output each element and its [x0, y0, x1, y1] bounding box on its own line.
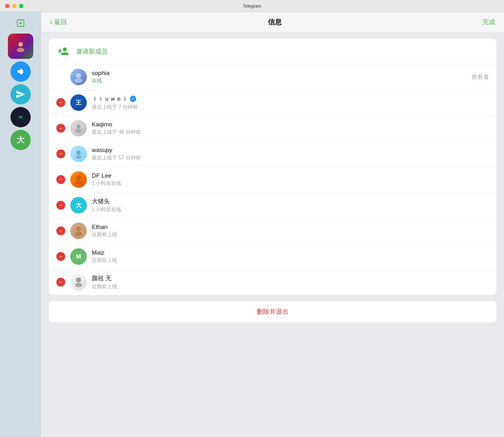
invite-icon [56, 44, 70, 58]
member-status-yanzuwu: 近期有上线 [92, 283, 489, 290]
compose-button[interactable] [13, 15, 28, 31]
maximize-button[interactable] [19, 4, 23, 8]
svg-point-11 [76, 175, 81, 180]
invite-label: 邀请新成员 [76, 47, 108, 56]
member-status-sophia: 在线 [92, 78, 467, 84]
titlebar: Telegram [0, 0, 504, 12]
close-button[interactable] [5, 4, 9, 8]
header: ‹ 返回 信息 完成 [41, 12, 504, 32]
member-row-dazutou: − 大 大猪头 1 小时前在线 [49, 193, 496, 218]
avatar-maiz: M [70, 248, 87, 265]
member-row-dflee: − DF Lee 1 小时前在线 [49, 167, 496, 193]
member-name-wasupy: wasupy [92, 147, 489, 154]
member-status-liuwei: 最近上线于 7 分钟前 [92, 104, 489, 111]
svg-point-8 [75, 129, 82, 133]
avatar-kaqimo [70, 120, 87, 136]
member-row-yanzuwu: − 颜祖 无 近期有上线 [49, 269, 496, 295]
owner-label-sophia: 所有者 [472, 73, 489, 81]
member-name-yanzuwu: 颜祖 无 [92, 274, 489, 282]
member-info-liuwei: ｌｉｕｗｅｉ ✓ 最近上线于 7 分钟前 [92, 95, 489, 111]
done-button[interactable]: 完成 [482, 18, 495, 26]
svg-point-13 [76, 226, 81, 231]
member-status-wasupy: 最近上线于 57 分钟前 [92, 155, 489, 161]
member-row-liuwei: − 王 ｌｉｕｗｅｉ ✓ 最近上线于 7 分钟前 [49, 90, 496, 116]
app-title: Telegram [243, 3, 261, 9]
member-name-sophia: sophia [92, 70, 467, 77]
svg-point-16 [75, 283, 82, 287]
members-scroll-area: 邀请新成员 sophia 在线 所有者 [41, 32, 504, 437]
member-name-maiz: Maiz [92, 249, 489, 256]
delete-label: 删除并退出 [257, 307, 288, 316]
member-info-maiz: Maiz 近期有上线 [92, 249, 489, 264]
remove-button-liuwei[interactable]: − [56, 98, 65, 107]
member-row-ethan: − Ethan 近期有上线 [49, 218, 496, 244]
svg-point-7 [77, 124, 80, 128]
sidebar-item-telegram[interactable] [10, 84, 31, 104]
window-controls[interactable] [5, 4, 23, 8]
invite-member-row[interactable]: 邀请新成员 [49, 39, 496, 64]
member-row-wasupy: − wasupy 最近上线于 57 分钟前 [49, 141, 496, 167]
member-name-ethan: Ethan [92, 224, 489, 231]
member-info-dazutou: 大猪头 1 小时前在线 [92, 197, 489, 213]
avatar-yanzuwu [70, 274, 87, 290]
page-title: 信息 [268, 17, 282, 27]
main-content: ‹ 返回 信息 完成 邀请新成员 [41, 12, 504, 437]
avatar-wasupy [70, 146, 87, 162]
svg-point-15 [76, 277, 81, 282]
members-card: 邀请新成员 sophia 在线 所有者 [49, 39, 496, 295]
member-row-sophia: sophia 在线 所有者 [49, 64, 496, 90]
avatar-liuwei: 王 [70, 94, 87, 111]
member-info-ethan: Ethan 近期有上线 [92, 224, 489, 238]
member-name-kaqimo: Kaqimo [92, 121, 489, 128]
member-status-dazutou: 1 小时前在线 [92, 206, 489, 213]
sidebar-item-big-pig[interactable]: 大 [10, 130, 31, 150]
avatar-dazutou: 大 [70, 197, 87, 213]
remove-button-maiz[interactable]: − [56, 252, 65, 261]
sidebar-item-group-channel[interactable] [8, 34, 33, 59]
sidebar-item-broadcast[interactable] [10, 61, 31, 82]
member-info-kaqimo: Kaqimo 最近上线于 48 分钟前 [92, 121, 489, 136]
member-info-dflee: DF Lee 1 小时前在线 [92, 172, 489, 187]
svg-point-5 [76, 73, 81, 78]
app-container: ⌨ 大 ‹ 返回 信息 完成 [0, 12, 504, 437]
svg-point-14 [75, 232, 82, 236]
member-name-dazutou: 大猪头 [92, 197, 489, 206]
back-button[interactable]: ‹ 返回 [50, 18, 67, 26]
remove-button-dflee[interactable]: − [56, 175, 65, 184]
member-status-kaqimo: 最近上线于 48 分钟前 [92, 129, 489, 136]
sidebar-item-hacker[interactable]: ⌨ [10, 107, 31, 127]
back-chevron-icon: ‹ [50, 18, 52, 26]
member-row-kaqimo: − Kaqimo 最近上线于 48 分钟前 [49, 116, 496, 141]
avatar-char-dazutou: 大 [75, 201, 82, 210]
remove-button-wasupy[interactable]: − [56, 149, 65, 158]
delete-card[interactable]: 删除并退出 [49, 301, 496, 322]
svg-point-10 [76, 155, 81, 159]
minimize-button[interactable] [12, 4, 16, 8]
member-info-yanzuwu: 颜祖 无 近期有上线 [92, 274, 489, 290]
member-name-dflee: DF Lee [92, 172, 489, 179]
avatar-sophia [70, 69, 87, 85]
member-status-ethan: 近期有上线 [92, 231, 489, 238]
svg-point-3 [18, 42, 23, 47]
member-row-maiz: − M Maiz 近期有上线 [49, 244, 496, 269]
member-status-maiz: 近期有上线 [92, 257, 489, 264]
svg-point-6 [75, 78, 82, 83]
svg-point-9 [76, 150, 81, 155]
remove-button-ethan[interactable]: − [56, 226, 65, 235]
member-info-sophia: sophia 在线 [92, 70, 467, 84]
svg-point-4 [17, 48, 24, 52]
sidebar: ⌨ 大 [0, 12, 41, 437]
remove-button-kaqimo[interactable]: − [56, 124, 65, 133]
member-status-dflee: 1 小时前在线 [92, 180, 489, 187]
avatar-dflee [70, 171, 87, 188]
remove-button-dazutou[interactable]: − [56, 201, 65, 210]
remove-button-yanzuwu[interactable]: − [56, 278, 65, 287]
sidebar-big-pig-label: 大 [17, 135, 24, 145]
back-label: 返回 [54, 18, 67, 26]
svg-point-12 [75, 180, 82, 185]
member-name-liuwei: ｌｉｕｗｅｉ ✓ [92, 95, 489, 103]
avatar-char-maiz: M [76, 253, 81, 260]
avatar-ethan [70, 223, 87, 239]
verified-icon-liuwei: ✓ [130, 96, 136, 102]
member-info-wasupy: wasupy 最近上线于 57 分钟前 [92, 147, 489, 161]
